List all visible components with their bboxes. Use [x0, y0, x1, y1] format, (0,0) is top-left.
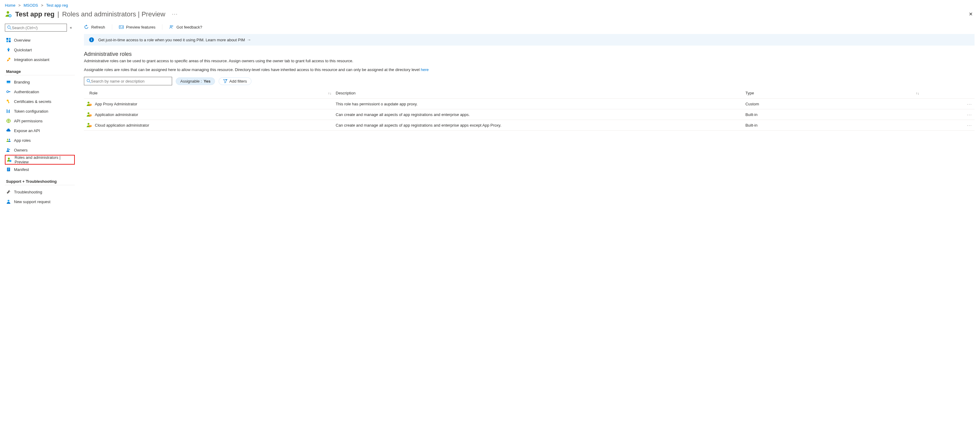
quickstart-icon [6, 48, 11, 52]
sidebar-item-label: Overview [14, 38, 30, 43]
row-more-button[interactable]: ··· [921, 109, 975, 120]
sidebar-item-label: Branding [14, 80, 30, 84]
rocket-icon [6, 57, 11, 62]
sidebar-item-integration-assistant[interactable]: Integration assistant [5, 55, 75, 64]
column-header-role[interactable]: Role ↑↓ [84, 88, 333, 99]
sidebar-item-roles-administrators[interactable]: Roles and administrators | Preview [5, 155, 75, 165]
svg-point-27 [10, 160, 11, 162]
svg-point-22 [7, 139, 8, 140]
add-filters-button[interactable]: Add filters [219, 78, 251, 85]
table-row: App Proxy AdministratorThis role has per… [84, 99, 975, 109]
svg-rect-40 [90, 105, 91, 105]
page-title-main: Test app reg [15, 10, 54, 18]
svg-rect-46 [90, 126, 91, 126]
cloud-icon [6, 128, 11, 133]
sidebar-item-quickstart[interactable]: Quickstart [5, 45, 75, 55]
token-icon [6, 109, 11, 114]
sidebar-item-authentication[interactable]: Authentication [5, 87, 75, 97]
refresh-button[interactable]: Refresh [84, 25, 105, 30]
column-header-type[interactable]: Type ↑↓ [743, 88, 921, 99]
svg-point-0 [7, 11, 9, 14]
role-type: Built-in [743, 109, 921, 120]
sidebar-item-manifest[interactable]: Manifest [5, 165, 75, 174]
column-header-description[interactable]: Description [333, 88, 743, 99]
svg-point-41 [88, 112, 89, 114]
refresh-icon [84, 25, 89, 30]
banner-learn-more-link[interactable]: Learn more about PIM → [205, 37, 251, 42]
sidebar-item-app-roles[interactable]: App roles [5, 135, 75, 145]
banner-text: Get just-in-time access to a role when y… [98, 37, 251, 42]
section-title: Administrative roles [84, 51, 975, 57]
svg-rect-8 [6, 40, 8, 42]
role-description: Can create and manage all aspects of app… [333, 120, 743, 131]
sidebar-item-owners[interactable]: Owners [5, 145, 75, 155]
sidebar-item-api-permissions[interactable]: API permissions [5, 116, 75, 126]
roles-table: Role ↑↓ Description Type ↑↓ App Proxy Ad… [84, 88, 975, 131]
breadcrumb: Home > MSODS > Test app reg [0, 0, 980, 8]
svg-point-25 [9, 149, 10, 150]
sidebar-item-overview[interactable]: Overview [5, 35, 75, 45]
svg-point-44 [88, 123, 89, 125]
svg-point-23 [9, 139, 10, 140]
svg-rect-20 [9, 109, 10, 113]
sidebar-search-input[interactable] [5, 24, 67, 32]
more-menu-button[interactable]: ··· [172, 11, 178, 17]
preview-features-button[interactable]: Preview features [119, 25, 156, 30]
role-name-link[interactable]: App Proxy Administrator [95, 102, 137, 106]
authentication-icon [6, 89, 11, 94]
row-more-button[interactable]: ··· [921, 99, 975, 109]
key-icon [6, 99, 11, 104]
app-registration-icon [5, 11, 12, 18]
sidebar-item-label: New support request [14, 200, 51, 204]
page-title-sub: Roles and administrators | Preview [62, 10, 165, 18]
toolbar-label: Got feedback? [177, 25, 202, 30]
role-icon [86, 122, 92, 128]
sidebar-item-label: Expose an API [14, 128, 40, 133]
svg-point-26 [8, 158, 10, 159]
breadcrumb-home[interactable]: Home [5, 3, 16, 8]
breadcrumb-msods[interactable]: MSODS [24, 3, 38, 8]
svg-point-36 [87, 79, 90, 82]
collapse-sidebar-button[interactable]: « [67, 25, 75, 30]
filter-icon [223, 79, 228, 83]
sidebar-item-token-configuration[interactable]: Token configuration [5, 106, 75, 116]
toolbar-label: Preview features [126, 25, 156, 30]
svg-rect-6 [6, 38, 8, 40]
sidebar-item-new-support-request[interactable]: New support request [5, 197, 75, 206]
section-description-2: Assignable roles are roles that can be a… [84, 67, 975, 72]
svg-rect-30 [8, 169, 10, 169]
svg-point-14 [7, 91, 8, 93]
row-more-button[interactable]: ··· [921, 120, 975, 131]
roles-admin-icon [7, 157, 11, 162]
sidebar-item-label: Integration assistant [14, 57, 49, 62]
role-description: This role has permissiont o aupdate app … [333, 99, 743, 109]
info-banner: i Get just-in-time access to a role when… [84, 34, 975, 46]
filter-pill-assignable[interactable]: Assignable : Yes [176, 78, 215, 85]
svg-rect-7 [9, 38, 11, 40]
got-feedback-button[interactable]: Got feedback? [169, 25, 202, 30]
role-name-link[interactable]: Application administrator [95, 112, 138, 117]
close-blade-button[interactable]: ✕ [966, 10, 975, 18]
sidebar-item-label: Roles and administrators | Preview [14, 155, 73, 164]
info-icon: i [89, 37, 94, 42]
search-icon [7, 25, 12, 30]
role-type: Custom [743, 99, 921, 109]
table-row: Application administratorCan create and … [84, 109, 975, 120]
sidebar-item-expose-api[interactable]: Expose an API [5, 126, 75, 135]
sidebar-item-label: App roles [14, 138, 31, 143]
roles-search-input[interactable] [84, 77, 172, 86]
sidebar-item-troubleshooting[interactable]: Troubleshooting [5, 187, 75, 197]
here-link[interactable]: here [421, 67, 429, 72]
role-icon [86, 112, 92, 117]
sidebar-section-manage: Manage [5, 69, 75, 74]
section-description-1: Administrative roles can be used to gran… [84, 59, 975, 63]
svg-rect-3 [9, 16, 11, 16]
role-name-link[interactable]: Cloud application administrator [95, 123, 149, 128]
breadcrumb-current[interactable]: Test app reg [46, 3, 68, 8]
sidebar-item-label: Certificates & secrets [14, 99, 51, 104]
svg-rect-10 [8, 50, 9, 51]
svg-rect-31 [8, 170, 9, 170]
app-roles-icon [6, 138, 11, 143]
sidebar-item-certificates-secrets[interactable]: Certificates & secrets [5, 97, 75, 106]
sidebar-item-branding[interactable]: Branding [5, 77, 75, 87]
